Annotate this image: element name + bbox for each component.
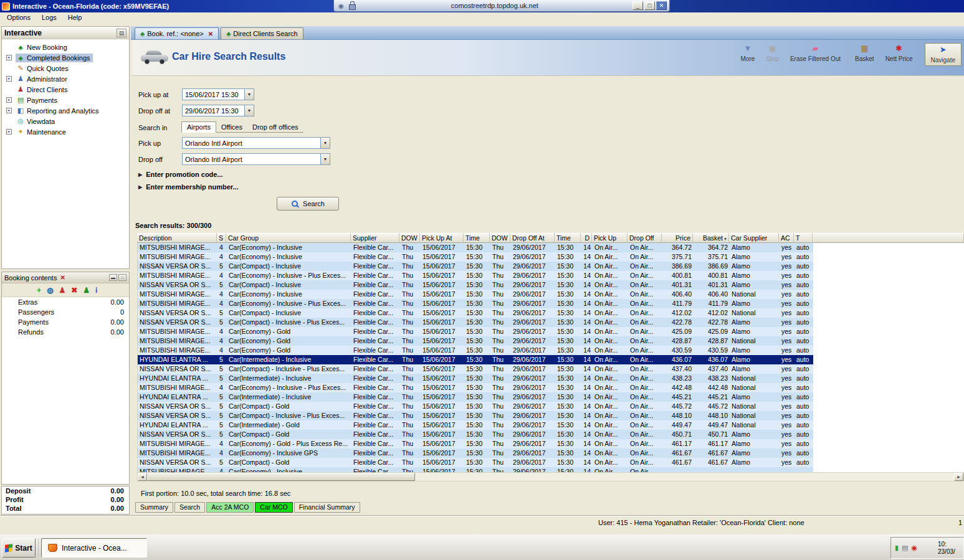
menu-item[interactable]: Options [1, 13, 36, 22]
chevron-down-icon[interactable]: ▼ [320, 154, 330, 164]
booking-contents-row[interactable]: Refunds 0.00 [2, 327, 129, 337]
globe-icon[interactable]: ◍ [47, 287, 53, 294]
tree-item[interactable]: + ♟ Administrator [2, 74, 129, 84]
remove-passenger-icon[interactable]: ♟ [59, 287, 66, 294]
column-header-d[interactable]: D [581, 233, 592, 243]
column-header-drop-off[interactable]: Drop Off [628, 233, 662, 243]
result-row[interactable]: HYUNDAI ELANTRA ...5Car(Intermediate) - … [138, 420, 964, 430]
bottom-tab[interactable]: Car MCO [255, 502, 292, 513]
bottom-tab[interactable]: Search [174, 502, 205, 513]
membership-number-expander[interactable]: ▶ Enter membership number... [138, 183, 239, 191]
document-tab[interactable]: ♣ Direct Clients Search [221, 27, 303, 39]
toolbar-button[interactable]: ▰ Erase Filtered Out [785, 43, 846, 64]
toolbar-button[interactable]: ▣ Stop [760, 43, 785, 64]
network-icon[interactable]: ▮ [895, 544, 899, 551]
result-row[interactable]: NISSAN VERSA OR S...5Car(Compact) - Gold… [138, 430, 964, 439]
result-row[interactable]: MITSUBISHI MIRAGE...4Car(Economy) - Incl… [138, 383, 964, 392]
booking-contents-row[interactable]: Payments 0.00 [2, 317, 129, 327]
expand-icon[interactable]: + [6, 108, 12, 113]
result-row[interactable]: NISSAN VERSA OR S...5Car(Compact) - Gold… [138, 458, 964, 467]
booking-contents-row[interactable]: Extras 0.00 [2, 297, 129, 307]
dropoff-at-combo[interactable]: 29/06/2017 15:30 ▼ [182, 105, 254, 116]
panel-menu-button[interactable]: ▤ [117, 29, 126, 37]
column-header-supplier[interactable]: Supplier [351, 233, 399, 243]
add-passenger-icon[interactable]: ♟ [83, 287, 90, 294]
menu-item[interactable]: Logs [36, 13, 62, 22]
tree-item[interactable]: + ◧ Reporting and Analytics [2, 105, 129, 116]
chevron-down-icon[interactable]: ▼ [320, 138, 330, 148]
menu-item[interactable]: Help [62, 13, 88, 22]
result-row[interactable]: NISSAN VERSA OR S...5Car(Compact) - Incl… [138, 262, 964, 271]
info-icon[interactable]: i [95, 287, 97, 294]
pickup-location-combo[interactable]: Orlando Intl Airport ▼ [182, 137, 330, 149]
tree-item[interactable]: ◎ Viewdata [2, 116, 129, 126]
rdp-minimize-button[interactable]: _ [632, 1, 643, 10]
booking-contents-row[interactable]: Passengers 0 [2, 307, 129, 317]
result-row[interactable]: MITSUBISHI MIRAGE...4Car(Economy) - Incl… [138, 290, 964, 299]
column-header-time[interactable]: Time [555, 233, 581, 243]
close-tab-icon[interactable]: ✕ [208, 31, 213, 37]
result-row[interactable]: MITSUBISHI MIRAGE...4Car(Economy) - Gold… [138, 336, 964, 346]
column-header-time[interactable]: Time [464, 233, 490, 243]
tree-item[interactable]: ✎ Quick Quotes [2, 63, 129, 74]
result-row[interactable]: NISSAN VERSA OR S...5Car(Compact) - Incl… [138, 280, 964, 290]
pickup-at-combo[interactable]: 15/06/2017 15:30 ▼ [182, 88, 254, 100]
bottom-tab[interactable]: Financial Summary [294, 502, 360, 513]
close-panel-icon[interactable]: ✕ [60, 274, 65, 281]
pin-icon[interactable]: ◉ [338, 2, 344, 9]
toolbar-button[interactable]: ▦ Basket [847, 43, 880, 64]
tree-item[interactable]: + ♣ Completed Bookings [2, 52, 129, 63]
bottom-tab[interactable]: Acc 2A MCO [206, 502, 254, 513]
document-tab[interactable]: ♣ Book. ref.: <none> ✕ [135, 27, 219, 39]
expand-icon[interactable]: + [6, 129, 12, 135]
column-header-price[interactable]: Price [662, 233, 693, 243]
result-row[interactable]: NISSAN VERSA OR S...5Car(Compact) - Incl… [138, 308, 964, 318]
result-row[interactable]: NISSAN VERSA OR S...5Car(Compact) - Incl… [138, 364, 964, 374]
toolbar-button[interactable]: ➤ Navigate [925, 43, 962, 66]
start-button[interactable]: Start [2, 538, 36, 558]
alert-icon[interactable]: ◉ [911, 544, 917, 551]
result-row[interactable]: HYUNDAI ELANTRA ...5Car(Intermediate) - … [138, 355, 964, 364]
tree-item[interactable]: ♟ Direct Clients [2, 84, 129, 95]
result-row[interactable]: MITSUBISHI MIRAGE...4Car(Economy) - Gold… [138, 327, 964, 336]
result-row[interactable]: MITSUBISHI MIRAGE...4Car(Economy) - Incl… [138, 467, 964, 472]
printer-icon[interactable]: ▤ [902, 544, 908, 551]
column-header-pick-up[interactable]: Pick Up [592, 233, 628, 243]
scroll-left-icon[interactable]: ◄ [138, 473, 147, 481]
chevron-down-icon[interactable]: ▼ [244, 105, 254, 116]
search-in-tab[interactable]: Drop off offices [247, 122, 303, 132]
bottom-tab[interactable]: Summary [135, 502, 173, 513]
column-header-dow[interactable]: DOW [399, 233, 420, 243]
chevron-down-icon[interactable]: ▼ [244, 89, 254, 100]
column-header-description[interactable]: Description [137, 233, 217, 243]
search-in-tab[interactable]: Airports [181, 121, 216, 133]
result-row[interactable]: NISSAN VERSA OR S...5Car(Compact) - Incl… [138, 318, 964, 327]
result-row[interactable]: MITSUBISHI MIRAGE...4Car(Economy) - Incl… [138, 252, 964, 262]
panel-minimize-button[interactable]: ▬ [109, 274, 117, 281]
horizontal-scrollbar[interactable]: ◄ ► [137, 472, 964, 482]
dropoff-location-combo[interactable]: Orlando Intl Airport ▼ [182, 153, 330, 165]
scroll-right-icon[interactable]: ► [954, 473, 963, 481]
column-header-pick-up-at[interactable]: Pick Up At [420, 233, 464, 243]
column-header-basket[interactable]: Basket▾ [693, 233, 729, 243]
tree-item[interactable]: + ▤ Payments [2, 95, 129, 105]
search-button[interactable]: Search [277, 197, 339, 211]
toolbar-button[interactable]: ▼ More [735, 43, 761, 64]
toolbar-button[interactable]: ✱ Nett Price [880, 43, 919, 64]
result-row[interactable]: MITSUBISHI MIRAGE...4Car(Economy) - Gold… [138, 439, 964, 448]
tree-item[interactable]: ♣ New Booking [2, 42, 129, 52]
rdp-restore-button[interactable]: □ [644, 1, 655, 10]
result-row[interactable]: HYUNDAI ELANTRA ...5Car(Intermediate) - … [138, 374, 964, 383]
result-row[interactable]: MITSUBISHI MIRAGE...4Car(Economy) - Incl… [138, 299, 964, 308]
result-row[interactable]: HYUNDAI ELANTRA ...5Car(Intermediate) - … [138, 392, 964, 402]
rdp-close-button[interactable]: ✕ [656, 1, 667, 10]
column-header-car-supplier[interactable]: Car Supplier [729, 233, 779, 243]
column-header-drop-off-at[interactable]: Drop Off At [510, 233, 555, 243]
tree-item[interactable]: + ✦ Maintenance [2, 126, 129, 137]
column-header-car-group[interactable]: Car Group [226, 233, 351, 243]
delete-icon[interactable]: ✖ [71, 287, 77, 294]
result-row[interactable]: MITSUBISHI MIRAGE...4Car(Economy) - Incl… [138, 271, 964, 280]
scrollbar-thumb[interactable] [147, 473, 415, 481]
column-header-s[interactable]: S [217, 233, 226, 243]
expand-icon[interactable]: + [6, 76, 12, 82]
